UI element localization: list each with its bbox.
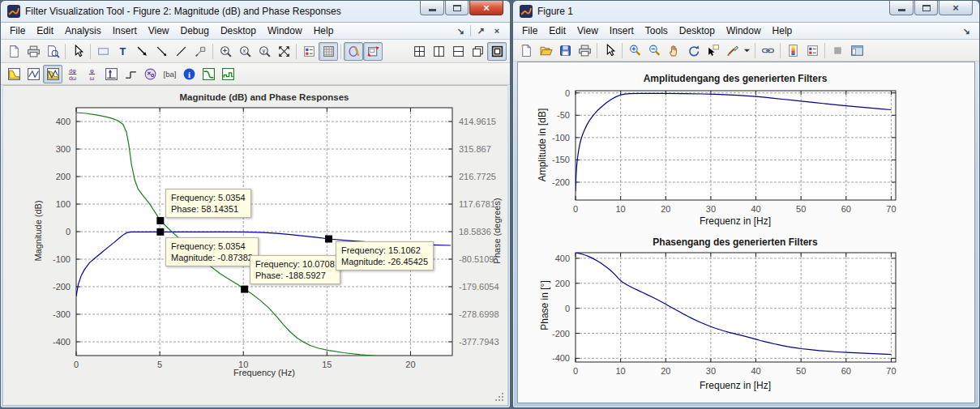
fvtool-menu-help[interactable]: Help (308, 23, 340, 38)
insert-legend-button[interactable] (802, 41, 822, 60)
insert-arrow-button[interactable] (132, 42, 152, 61)
insert-arrow-2-button[interactable] (152, 42, 171, 61)
resize-grip[interactable] (494, 392, 505, 403)
maximize-button[interactable] (914, 1, 938, 15)
link-plots-button[interactable] (758, 41, 777, 60)
fvtool-menu-file[interactable]: File (4, 23, 31, 38)
pan-button[interactable] (664, 41, 683, 60)
cascade-windows-button[interactable] (468, 42, 487, 61)
fvtool-menu-edit[interactable]: Edit (31, 23, 59, 38)
phase-delay-button[interactable]: φω (82, 65, 101, 83)
datatip-magnitude-1[interactable]: Frequency: 5.0354 Magnitude: -0.87382 (165, 237, 259, 266)
filter-information-button[interactable]: i (179, 65, 199, 83)
pointer-icon (603, 44, 617, 58)
noise-psd-icon (221, 67, 235, 81)
step-response-button[interactable] (121, 65, 140, 83)
fvtool-menu-window[interactable]: Window (262, 23, 308, 38)
new-figure-button[interactable] (516, 41, 536, 60)
figure-menu-tools[interactable]: Tools (640, 23, 674, 38)
tile-horizontal-button[interactable] (448, 42, 468, 61)
fvtool-menu-desktop[interactable]: Desktop (215, 23, 262, 38)
pointer-button[interactable] (68, 42, 88, 61)
print-button[interactable] (24, 42, 43, 61)
zoom-out-button[interactable] (644, 41, 664, 60)
data-cursor-button[interactable] (703, 41, 722, 60)
print-figure-button[interactable] (575, 41, 594, 60)
amplitude-chart[interactable]: 010203040506070-200-150-100-500 (520, 70, 958, 226)
figure-menu-edit[interactable]: Edit (543, 23, 571, 38)
legend-button[interactable] (299, 42, 319, 61)
figure-menu-insert[interactable]: Insert (604, 23, 640, 38)
hide-plot-tools-icon (831, 44, 845, 58)
design-overlay-button[interactable] (344, 42, 363, 61)
tile-grid-button[interactable] (409, 42, 429, 61)
phase-chart[interactable]: 010203040506070-400-2000200400 (520, 234, 958, 388)
open-file-button[interactable] (536, 41, 555, 60)
insert-colorbar-button[interactable] (783, 41, 802, 60)
zoom-in-button[interactable] (216, 42, 235, 61)
undock-icon[interactable]: ↗ (474, 26, 487, 36)
minimize-button[interactable] (420, 1, 444, 15)
new-button[interactable] (4, 42, 24, 61)
svg-text:-377.7943: -377.7943 (459, 337, 499, 347)
full-view-analysis-button[interactable] (363, 42, 383, 61)
fvtool-menu-view[interactable]: View (143, 23, 175, 38)
close-button[interactable]: × (469, 1, 503, 15)
insert-text-button[interactable]: T (113, 42, 132, 61)
tile-vertical-button[interactable] (429, 42, 448, 61)
draw-rectangle-button[interactable] (93, 42, 113, 61)
magnitude-and-phase-response-button[interactable] (43, 65, 62, 83)
figure-menu-file[interactable]: File (516, 23, 543, 38)
rotate-3d-button[interactable] (683, 41, 703, 60)
magnitude-response-estimate-button[interactable] (199, 65, 218, 83)
fvtool-menu-debug[interactable]: Debug (175, 23, 215, 38)
new-page-icon (520, 44, 533, 58)
svg-text:200: 200 (56, 172, 71, 181)
minimize-button[interactable] (889, 1, 914, 15)
zoom-y-button[interactable]: y (255, 42, 274, 61)
svg-text:-150: -150 (552, 155, 570, 164)
desktop: Filter Visualization Tool - Figure 2: Ma… (0, 0, 980, 409)
close-button[interactable]: × (939, 1, 973, 15)
pole-zero-plot-button[interactable] (140, 65, 160, 83)
dock-figure-icon[interactable]: ↘ (960, 26, 973, 36)
figure-menu-help[interactable]: Help (767, 23, 798, 38)
impulse-response-button[interactable] (101, 65, 121, 83)
close-figure-icon[interactable]: × (490, 26, 503, 36)
fvtool-menu-analysis[interactable]: Analysis (59, 23, 107, 38)
svg-text:400: 400 (56, 117, 71, 126)
insert-line-button[interactable] (171, 42, 190, 61)
hide-plot-tools-button[interactable] (828, 41, 847, 60)
pointer-button[interactable] (600, 41, 619, 60)
brush-dropdown-button[interactable] (742, 41, 752, 60)
pin-button[interactable] (190, 42, 210, 61)
round-off-noise-psd-button[interactable] (218, 65, 238, 83)
dock-figure-icon[interactable]: ↘ (454, 26, 467, 36)
brush-data-button[interactable] (722, 41, 742, 60)
datatip-magnitude-2[interactable]: Frequency: 15.1062 Magnitude: -26.45425 (336, 241, 434, 271)
print-preview-button[interactable] (43, 42, 62, 61)
phase-response-button[interactable] (24, 65, 43, 83)
zoom-x-button[interactable]: x (235, 42, 255, 61)
magnitude-response-button[interactable] (4, 65, 24, 83)
tile-vertical-icon (432, 45, 446, 58)
zoom-in-button[interactable] (625, 41, 644, 60)
save-figure-button[interactable] (555, 41, 575, 60)
fvtool-menu-insert[interactable]: Insert (107, 23, 143, 38)
maximize-pane-button[interactable] (487, 42, 507, 61)
maximize-button[interactable] (445, 1, 469, 15)
svg-text:70: 70 (886, 204, 896, 214)
figure-menu-view[interactable]: View (571, 23, 604, 38)
datatip-phase-1[interactable]: Frequency: 5.0354 Phase: 58.14351 (165, 189, 251, 218)
figure-menu-desktop[interactable]: Desktop (674, 23, 721, 38)
group-delay-button[interactable]: dφdω (62, 65, 82, 83)
filter-coefficients-button[interactable]: [ba] (160, 65, 179, 83)
restore-view-button[interactable] (274, 42, 293, 61)
figure-menu-window[interactable]: Window (721, 23, 767, 38)
zoom-out-icon (648, 44, 661, 58)
zoom-in-icon (219, 45, 233, 58)
magnitude-phase-chart[interactable]: 05101520-400-300-200-1000100200300400-37… (17, 89, 503, 387)
show-plot-tools-button[interactable] (847, 41, 867, 60)
grid-button[interactable] (319, 42, 338, 61)
datatip-phase-2[interactable]: Frequency: 10.0708 Phase: -188.5927 (250, 255, 340, 284)
